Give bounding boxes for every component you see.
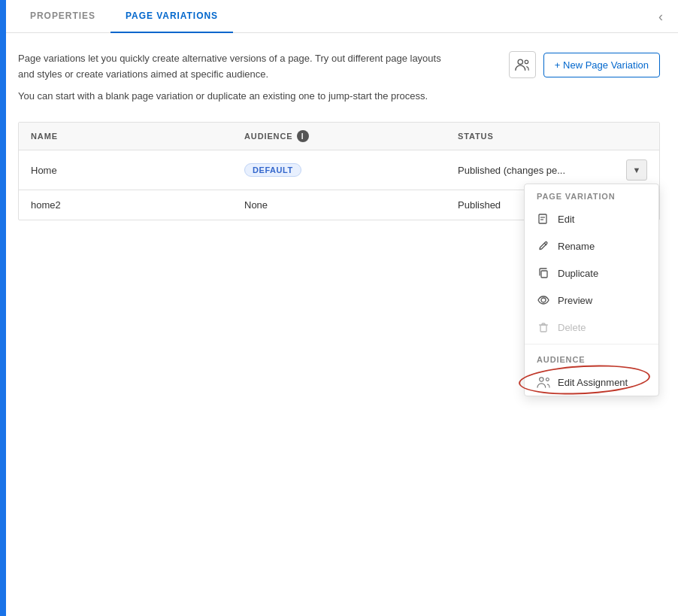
dropdown-item-preview[interactable]: Preview bbox=[525, 287, 658, 314]
duplicate-icon bbox=[537, 266, 550, 280]
row1-name: Home bbox=[19, 150, 232, 190]
status-text: Published (changes pe... bbox=[458, 165, 565, 176]
description-text: Page variations let you quickly create a… bbox=[18, 51, 454, 104]
edit-icon bbox=[537, 212, 550, 226]
new-variation-button[interactable]: + New Page Variation bbox=[543, 53, 660, 77]
preview-label: Preview bbox=[558, 295, 592, 306]
dropdown-toggle-button[interactable]: ▼ bbox=[626, 159, 647, 181]
table-header: NAME AUDIENCE i STATUS bbox=[19, 123, 659, 150]
audience-info-icon[interactable]: i bbox=[297, 130, 309, 142]
header-actions: + New Page Variation bbox=[509, 51, 660, 78]
edit-label: Edit bbox=[558, 214, 574, 225]
edit-assignment-icon bbox=[537, 375, 550, 389]
edit-assignment-label: Edit Assignment bbox=[558, 377, 628, 388]
duplicate-label: Duplicate bbox=[558, 268, 598, 279]
col-header-name: NAME bbox=[19, 123, 232, 150]
rename-icon bbox=[537, 239, 550, 253]
svg-point-10 bbox=[540, 378, 543, 381]
header-row: Page variations let you quickly create a… bbox=[18, 51, 660, 104]
dropdown-item-edit-assignment[interactable]: Edit Assignment bbox=[525, 369, 658, 396]
description-line2: You can start with a blank page variatio… bbox=[18, 89, 454, 105]
svg-rect-2 bbox=[539, 214, 546, 223]
dropdown-item-rename[interactable]: Rename bbox=[525, 232, 658, 259]
left-accent-bar bbox=[0, 0, 6, 616]
dropdown-section-audience: AUDIENCE bbox=[525, 347, 658, 369]
row2-audience: None bbox=[232, 190, 446, 220]
dropdown-item-edit[interactable]: Edit bbox=[525, 205, 658, 232]
people-icon bbox=[515, 58, 530, 71]
dropdown-divider bbox=[525, 344, 658, 344]
delete-icon bbox=[537, 320, 550, 334]
default-badge: DEFAULT bbox=[244, 163, 301, 177]
svg-point-11 bbox=[546, 378, 549, 381]
variations-table: NAME AUDIENCE i STATUS Home DEFAULT Publ… bbox=[18, 122, 660, 220]
status-cell: Published (changes pe... ▼ bbox=[458, 159, 647, 181]
svg-point-1 bbox=[525, 60, 528, 64]
col-header-status: STATUS bbox=[446, 123, 659, 150]
svg-point-0 bbox=[518, 59, 522, 64]
chevron-down-icon: ▼ bbox=[633, 165, 641, 174]
dropdown-menu: PAGE VARIATION Edit bbox=[524, 184, 659, 396]
row2-name: home2 bbox=[19, 190, 232, 220]
preview-icon bbox=[537, 293, 550, 307]
col-header-audience: AUDIENCE i bbox=[232, 123, 446, 150]
svg-rect-6 bbox=[541, 271, 547, 278]
dropdown-item-delete: Delete bbox=[525, 314, 658, 341]
delete-label: Delete bbox=[558, 322, 586, 333]
description-line1: Page variations let you quickly create a… bbox=[18, 51, 454, 83]
main-content: Page variations let you quickly create a… bbox=[0, 33, 678, 220]
tab-page-variations[interactable]: PAGE VARIATIONS bbox=[110, 0, 233, 33]
dropdown-section-page-variation: PAGE VARIATION bbox=[525, 184, 658, 205]
tab-properties[interactable]: PROPERTIES bbox=[15, 0, 110, 33]
dropdown-item-duplicate[interactable]: Duplicate bbox=[525, 259, 658, 287]
close-panel-icon[interactable]: ‹ bbox=[658, 8, 663, 24]
audience-icon-button[interactable] bbox=[509, 51, 536, 78]
svg-rect-8 bbox=[540, 325, 546, 332]
tab-bar: PROPERTIES PAGE VARIATIONS ‹ bbox=[0, 0, 678, 33]
svg-point-7 bbox=[541, 298, 546, 302]
table-row: Home DEFAULT Published (changes pe... ▼ … bbox=[19, 150, 659, 190]
rename-label: Rename bbox=[558, 241, 595, 252]
row1-audience: DEFAULT bbox=[232, 150, 446, 190]
